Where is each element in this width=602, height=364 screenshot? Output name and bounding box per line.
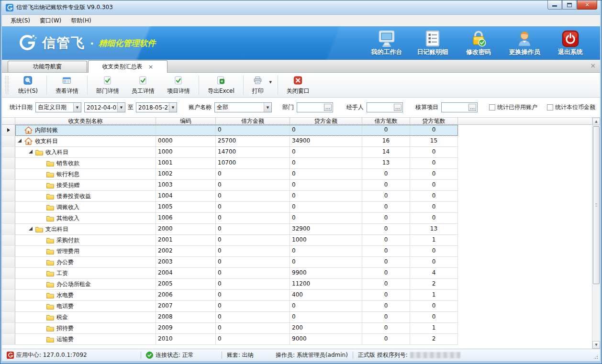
row-cells[interactable]: 调账收入10050000 [15, 202, 458, 213]
department-input[interactable]: … [297, 102, 333, 112]
row-selector[interactable] [2, 180, 15, 191]
date-to-picker[interactable]: 2018-05-21 ▼ [136, 102, 177, 112]
scroll-up-icon[interactable]: ▲ [592, 118, 600, 125]
column-header-debit-count[interactable]: 借方笔数 [362, 118, 410, 124]
ellipsis-button[interactable]: … [468, 104, 476, 111]
row-cells[interactable]: 税金20080000 [15, 312, 458, 323]
banner-action-journal[interactable]: 日记账明细 [415, 30, 450, 56]
row-selector[interactable] [2, 224, 15, 235]
row-selector[interactable] [2, 312, 15, 323]
row-cells[interactable]: 采购付款20010100001 [15, 235, 458, 246]
tree-expander-icon[interactable] [18, 139, 22, 143]
tab-inactive[interactable]: 功能导航窗 [8, 61, 87, 72]
minimize-button[interactable] [547, 0, 562, 10]
scroll-down-icon[interactable]: ▼ [592, 341, 600, 349]
banner-action-workbench[interactable]: 我的工作台 [369, 30, 404, 56]
tree-expander-icon[interactable] [29, 227, 33, 231]
tree-expander-icon[interactable] [29, 150, 33, 154]
row-selector[interactable] [2, 301, 15, 312]
toolbar-button-doc-check[interactable]: 项目详情 [161, 75, 196, 96]
checkbox-icon[interactable] [489, 104, 495, 110]
row-selector[interactable] [2, 290, 15, 301]
column-header-code[interactable]: 编码 [156, 118, 216, 124]
date-from-picker[interactable]: 2012-04-01 ▼ [84, 102, 125, 112]
cell-credit-count: 4 [410, 268, 458, 279]
row-cells[interactable]: 管理费用20020000 [15, 246, 458, 257]
toolbar-button-statistics[interactable]: 统计(S) [12, 75, 44, 96]
column-header-debit-amount[interactable]: 借方金额 [216, 118, 290, 124]
row-cells[interactable]: 水电费2006040001 [15, 290, 458, 301]
resize-grip[interactable] [592, 353, 599, 360]
maximize-button[interactable] [562, 0, 577, 10]
chevron-down-icon[interactable]: ▼ [117, 103, 125, 112]
toolbar-button-close-window[interactable]: 关闭窗口 [280, 75, 316, 96]
panel-close-icon[interactable]: × [590, 62, 596, 69]
print-dropdown-icon[interactable]: ▼ [269, 80, 271, 84]
row-cells[interactable]: 债券投资收益10040000 [15, 191, 458, 202]
row-cells[interactable]: 工资20040990004 [15, 268, 458, 279]
toolbar-grip[interactable] [6, 76, 8, 94]
checkbox-disabled-accounts[interactable]: 统计已停用账户 [489, 103, 537, 111]
banner-action-operator[interactable]: 更换操作员 [507, 30, 542, 56]
row-selector[interactable] [2, 191, 15, 202]
row-cells[interactable]: 支出科目2000032900013 [15, 224, 458, 235]
row-cells[interactable]: 接受捐赠10030000 [15, 180, 458, 191]
toolbar-button-export-excel[interactable]: 导出Excel [201, 75, 241, 96]
tab-close-icon[interactable]: × [148, 64, 154, 70]
row-cells[interactable]: 收入科目1000147000140 [15, 147, 458, 158]
column-header-category-name[interactable]: 收支类别名称 [15, 118, 156, 124]
row-selector[interactable] [2, 235, 15, 246]
banner-action-exit[interactable]: 退出系统 [553, 30, 588, 56]
row-cells[interactable]: 销售收款1001107000130 [15, 158, 458, 169]
toolbar-button-doc-check[interactable]: 员工详情 [125, 75, 161, 96]
title-bar[interactable]: 信管飞出纳记账软件专业版 V9.0.303 ✕ [2, 0, 600, 15]
row-selector[interactable] [2, 136, 15, 147]
row-cells[interactable]: 运输费20100900002 [15, 334, 458, 345]
row-selector[interactable] [2, 147, 15, 158]
toolbar-button-print[interactable]: 打印▼ [246, 75, 275, 96]
row-cells[interactable]: 其他收入10060000 [15, 213, 458, 224]
handler-input[interactable]: … [367, 102, 403, 112]
row-cells[interactable]: 招待费2009020001 [15, 323, 458, 334]
row-cells[interactable]: 内部转账0000 [15, 125, 458, 136]
project-input[interactable]: … [441, 102, 478, 112]
ellipsis-button[interactable]: … [394, 104, 401, 111]
row-selector[interactable] [2, 323, 15, 334]
row-cells[interactable]: 电话费20070000 [15, 301, 458, 312]
menu-item[interactable]: 窗口(W) [35, 15, 66, 26]
row-selector[interactable] [2, 158, 15, 169]
chevron-down-icon[interactable]: ▼ [73, 103, 81, 112]
row-selector[interactable] [2, 268, 15, 279]
row-cells[interactable]: 办公费20030000 [15, 257, 458, 268]
menu-item[interactable]: 系统(S) [6, 15, 35, 26]
vertical-scrollbar[interactable]: ▲ ▼ [592, 118, 600, 349]
date-mode-select[interactable]: 自定义日期 ▼ [35, 102, 81, 112]
row-cells[interactable]: 银行利息10020000 [15, 169, 458, 180]
scrollbar-thumb[interactable] [593, 126, 600, 284]
column-header-credit-amount[interactable]: 贷方金额 [290, 118, 362, 124]
checkbox-base-currency[interactable]: 统计本位币金额 [547, 103, 595, 111]
banner-action-password[interactable]: 修改密码 [461, 30, 496, 56]
checkbox-icon[interactable] [547, 104, 553, 110]
grid-header-corner [2, 118, 15, 124]
ellipsis-button[interactable]: … [324, 104, 332, 111]
account-select[interactable]: 全部 ▼ [214, 102, 272, 112]
row-cells[interactable]: 收支科目000025700349001615 [15, 136, 458, 147]
row-selector[interactable] [2, 334, 15, 345]
close-button[interactable]: ✕ [577, 0, 597, 10]
row-selector[interactable] [2, 279, 15, 290]
row-selector[interactable] [2, 125, 15, 136]
toolbar-button-view-detail[interactable]: 查看详情 [49, 75, 85, 96]
toolbar-button-doc-check[interactable]: 部门详情 [90, 75, 125, 96]
row-selector[interactable] [2, 246, 15, 257]
menu-item[interactable]: 帮助(H) [66, 15, 96, 26]
chevron-down-icon[interactable]: ▼ [169, 103, 177, 112]
row-selector[interactable] [2, 213, 15, 224]
row-selector[interactable] [2, 257, 15, 268]
column-header-credit-count[interactable]: 贷方笔数 [410, 118, 458, 124]
row-cells[interactable]: 办公场所租金200501120002 [15, 279, 458, 290]
tab-active[interactable]: 收支类别汇总表× [88, 60, 167, 73]
row-selector[interactable] [2, 202, 15, 213]
row-selector[interactable] [2, 169, 15, 180]
chevron-down-icon[interactable]: ▼ [264, 103, 271, 112]
